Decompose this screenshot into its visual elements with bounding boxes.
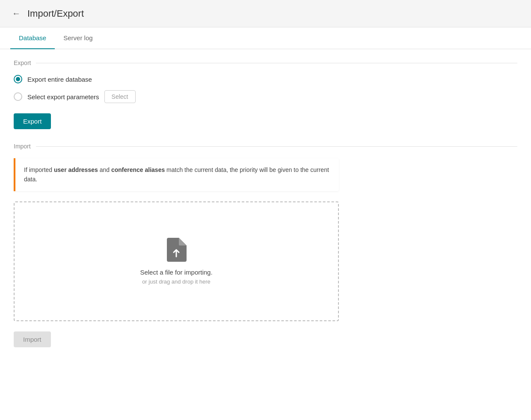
tab-database[interactable]: Database (10, 27, 55, 49)
export-section: Export Export entire database Select exp… (14, 59, 517, 129)
export-params-option[interactable]: Select export parameters Select (14, 90, 517, 103)
import-section-line (36, 146, 517, 147)
back-button[interactable]: ← (10, 7, 22, 20)
select-params-button[interactable]: Select (104, 90, 136, 103)
import-button[interactable]: Import (14, 331, 51, 347)
import-section: Import If imported user addresses and co… (14, 143, 517, 347)
info-text-bold1: user addresses (54, 166, 98, 173)
export-button[interactable]: Export (14, 113, 51, 129)
export-entire-label: Export entire database (27, 76, 92, 83)
export-params-label: Select export parameters (27, 93, 99, 101)
page-container: ← Import/Export Database Server log Expo… (0, 0, 531, 420)
drop-zone-title: Select a file for importing. (140, 269, 212, 276)
export-section-line (36, 63, 517, 63)
info-text-bold2: conference aliases (111, 166, 165, 173)
import-section-header: Import (14, 143, 517, 150)
page-title: Import/Export (27, 8, 84, 19)
header: ← Import/Export (0, 0, 531, 27)
info-text-pre: If imported (24, 166, 54, 173)
import-info-box: If imported user addresses and conferenc… (14, 158, 339, 191)
tab-server-log[interactable]: Server log (55, 27, 101, 49)
file-drop-zone[interactable]: Select a file for importing. or just dra… (14, 201, 339, 321)
export-params-radio[interactable] (14, 92, 22, 101)
back-icon: ← (12, 9, 21, 18)
export-entire-radio[interactable] (14, 75, 22, 83)
content: Export Export entire database Select exp… (0, 49, 531, 371)
tabs: Database Server log (0, 27, 531, 49)
export-section-header: Export (14, 59, 517, 66)
export-section-label: Export (14, 59, 31, 66)
import-section-label: Import (14, 143, 31, 150)
export-entire-option[interactable]: Export entire database (14, 75, 517, 83)
drop-zone-subtitle: or just drag and drop it here (142, 278, 211, 285)
file-upload-icon (166, 238, 187, 262)
import-info-text: If imported user addresses and conferenc… (24, 165, 330, 184)
info-text-mid1: and (98, 166, 111, 173)
export-radio-group: Export entire database Select export par… (14, 75, 517, 103)
